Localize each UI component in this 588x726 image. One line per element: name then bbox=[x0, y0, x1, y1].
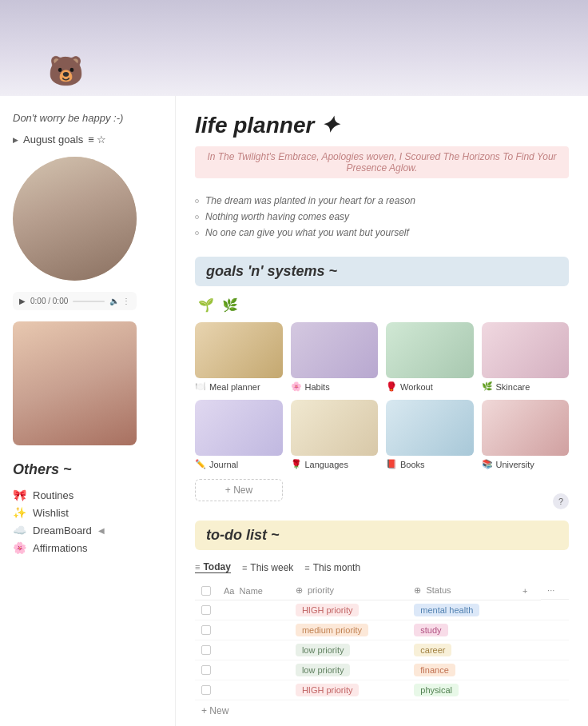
goal-card-workout[interactable]: 🥊 Workout bbox=[386, 322, 474, 392]
row2-checkbox[interactable] bbox=[195, 620, 217, 640]
goals-label: August goals bbox=[23, 134, 83, 146]
row3-empty1 bbox=[516, 640, 541, 660]
books-icon: 📕 bbox=[386, 459, 397, 469]
skincare-icon: 🌿 bbox=[482, 381, 493, 392]
th-more[interactable]: ··· bbox=[541, 581, 569, 600]
nav-routines[interactable]: 🎀 Routines bbox=[13, 486, 162, 504]
row2-name bbox=[217, 620, 289, 640]
habits-label: 🌸 Habits bbox=[291, 381, 379, 392]
th-checkbox bbox=[195, 581, 217, 600]
row3-checkbox[interactable] bbox=[195, 640, 217, 660]
books-image bbox=[386, 400, 474, 456]
more-icon[interactable]: ⋮ bbox=[122, 297, 130, 305]
row1-priority: HIGH priority bbox=[289, 600, 407, 620]
audio-controls[interactable]: 🔈 ⋮ bbox=[109, 297, 130, 305]
todo-add-button[interactable]: + New bbox=[195, 700, 569, 721]
row1-empty2 bbox=[541, 600, 569, 620]
university-image bbox=[482, 400, 570, 456]
tab-this-month[interactable]: ≡ This month bbox=[304, 561, 360, 573]
tab-today[interactable]: ≡ Today bbox=[195, 561, 231, 573]
row3-empty2 bbox=[541, 640, 569, 660]
workout-image bbox=[386, 322, 474, 378]
todo-table: Aa Name ⊕ priority ⊕ Status + ··· HIGH p… bbox=[195, 581, 569, 700]
goals-grid: 🍽️ Meal planner 🌸 Habits 🥊 Workout bbox=[195, 322, 569, 469]
sidebar-goals[interactable]: ▶ August goals ≡ ☆ bbox=[13, 134, 162, 146]
triangle-icon: ▶ bbox=[13, 136, 18, 144]
sidebar-profile-image bbox=[13, 157, 137, 281]
meal-icon: 🍽️ bbox=[195, 381, 206, 392]
quote-1-text: The dream was planted in your heart for … bbox=[205, 195, 415, 206]
row2-empty1 bbox=[516, 620, 541, 640]
row2-empty2 bbox=[541, 620, 569, 640]
goal-card-journal[interactable]: ✏️ Journal bbox=[195, 400, 283, 469]
skincare-image bbox=[482, 322, 570, 378]
row4-empty2 bbox=[541, 660, 569, 680]
main-content: life planner ✦ In The Twilight's Embrace… bbox=[176, 96, 588, 726]
goal-card-skincare[interactable]: 🌿 Skincare bbox=[482, 322, 570, 392]
dreamboard-icon: ☁️ bbox=[13, 524, 26, 537]
row1-empty1 bbox=[516, 600, 541, 620]
calendar-month-icon: ≡ bbox=[304, 563, 309, 572]
university-label: 📚 University bbox=[482, 459, 570, 469]
goal-card-university[interactable]: 📚 University bbox=[482, 400, 570, 469]
play-icon[interactable]: ▶ bbox=[19, 297, 26, 305]
row4-checkbox[interactable] bbox=[195, 660, 217, 680]
goal-card-habits[interactable]: 🌸 Habits bbox=[291, 322, 379, 392]
row5-empty2 bbox=[541, 680, 569, 700]
quote-3: No one can give you what you want but yo… bbox=[195, 225, 569, 241]
row1-name bbox=[217, 600, 289, 620]
routines-icon: 🎀 bbox=[13, 489, 26, 501]
university-icon: 📚 bbox=[482, 459, 493, 469]
volume-icon[interactable]: 🔈 bbox=[109, 297, 119, 305]
add-new-button[interactable]: + New bbox=[195, 479, 283, 501]
row1-checkbox[interactable] bbox=[195, 600, 217, 620]
calendar-icon: ≡ bbox=[195, 562, 200, 572]
row3-name bbox=[217, 640, 289, 660]
workout-icon: 🥊 bbox=[386, 381, 397, 392]
quote-1: The dream was planted in your heart for … bbox=[195, 193, 569, 209]
page-title: life planner ✦ bbox=[195, 112, 569, 138]
goals-help-button[interactable]: ? bbox=[553, 493, 569, 509]
quote-2-text: Nothing worth having comes easy bbox=[205, 211, 349, 222]
th-priority: ⊕ priority bbox=[289, 581, 407, 600]
nav-dreamboard[interactable]: ☁️ DreamBoard ◀ bbox=[13, 521, 162, 539]
wishlist-icon: ✨ bbox=[13, 506, 26, 519]
header-banner: 🐻 bbox=[0, 0, 588, 96]
todo-header: to-do list ~ bbox=[195, 521, 569, 550]
todo-row-1: HIGH priority mental health bbox=[195, 600, 569, 620]
audio-player[interactable]: ▶ 0:00 / 0:00 🔈 ⋮ bbox=[13, 292, 137, 310]
main-container: Don't worry be happy :-) ▶ August goals … bbox=[0, 96, 588, 726]
profile-image-inner bbox=[13, 157, 137, 281]
row5-checkbox[interactable] bbox=[195, 680, 217, 700]
habits-image bbox=[291, 322, 379, 378]
row4-empty1 bbox=[516, 660, 541, 680]
goals-section: goals 'n' systems ~ 🌱 🌿 🍽️ Meal planner bbox=[195, 257, 569, 501]
tab-this-week[interactable]: ≡ This week bbox=[242, 561, 293, 573]
skincare-label: 🌿 Skincare bbox=[482, 381, 570, 392]
todo-count: COUNT 5 bbox=[195, 721, 569, 726]
audio-progress-bar[interactable] bbox=[73, 301, 105, 302]
th-add[interactable]: + bbox=[516, 581, 541, 600]
nav-affirmations[interactable]: 🌸 Affirmations bbox=[13, 539, 162, 556]
nav-wishlist[interactable]: ✨ Wishlist bbox=[13, 504, 162, 521]
row3-status: career bbox=[407, 640, 516, 660]
habits-icon: 🌸 bbox=[291, 381, 302, 392]
todo-tbody: HIGH priority mental health medium prior… bbox=[195, 600, 569, 700]
quote-2: Nothing worth having comes easy bbox=[195, 209, 569, 225]
affirmations-label: Affirmations bbox=[33, 542, 87, 554]
sprout-icon: 🌱 bbox=[198, 297, 214, 313]
journal-label: ✏️ Journal bbox=[195, 459, 283, 469]
row5-status: physical bbox=[407, 680, 516, 700]
books-label: 📕 Books bbox=[386, 459, 474, 469]
meal-image bbox=[195, 322, 283, 378]
goal-card-books[interactable]: 📕 Books bbox=[386, 400, 474, 469]
goal-card-languages[interactable]: 🌹 Languages bbox=[291, 400, 379, 469]
meal-label: 🍽️ Meal planner bbox=[195, 381, 283, 392]
row2-status: study bbox=[407, 620, 516, 640]
todo-row-2: medium priority study bbox=[195, 620, 569, 640]
th-name: Aa Name bbox=[217, 581, 289, 600]
quotes-section: The dream was planted in your heart for … bbox=[195, 193, 569, 241]
bullet-icon bbox=[195, 199, 199, 203]
goal-card-meal[interactable]: 🍽️ Meal planner bbox=[195, 322, 283, 392]
bullet-icon bbox=[195, 231, 199, 235]
